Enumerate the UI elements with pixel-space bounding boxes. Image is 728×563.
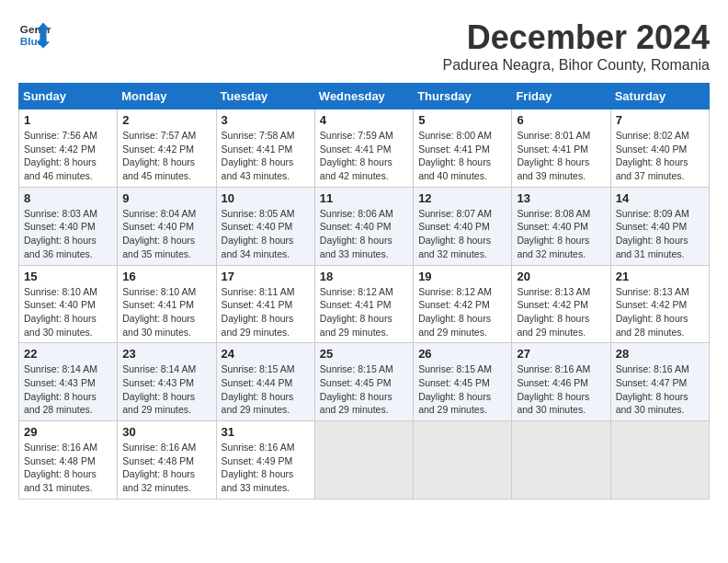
calendar-cell: 22Sunrise: 8:14 AMSunset: 4:43 PMDayligh…	[19, 343, 118, 421]
calendar-table: SundayMondayTuesdayWednesdayThursdayFrid…	[18, 83, 710, 500]
calendar-header-tuesday: Tuesday	[216, 84, 314, 109]
day-info: Sunrise: 8:16 AMSunset: 4:48 PMDaylight:…	[122, 441, 210, 495]
day-number: 29	[24, 425, 112, 439]
calendar-header-sunday: Sunday	[19, 84, 118, 109]
day-info: Sunrise: 7:57 AMSunset: 4:42 PMDaylight:…	[122, 129, 210, 183]
calendar-cell: 16Sunrise: 8:10 AMSunset: 4:41 PMDayligh…	[118, 265, 216, 343]
day-number: 13	[517, 191, 605, 205]
day-info: Sunrise: 8:16 AMSunset: 4:47 PMDaylight:…	[616, 362, 704, 417]
calendar-header-wednesday: Wednesday	[314, 84, 413, 109]
day-info: Sunrise: 8:07 AMSunset: 4:40 PMDaylight:…	[418, 207, 506, 261]
calendar-body: 1Sunrise: 7:56 AMSunset: 4:42 PMDaylight…	[19, 109, 710, 500]
day-info: Sunrise: 8:14 AMSunset: 4:43 PMDaylight:…	[24, 362, 112, 417]
calendar-cell: 3Sunrise: 7:58 AMSunset: 4:41 PMDaylight…	[216, 109, 314, 188]
calendar-cell: 2Sunrise: 7:57 AMSunset: 4:42 PMDaylight…	[118, 109, 216, 188]
day-info: Sunrise: 8:01 AMSunset: 4:41 PMDaylight:…	[517, 129, 605, 183]
day-number: 7	[616, 113, 704, 127]
day-number: 21	[616, 270, 704, 283]
day-info: Sunrise: 8:14 AMSunset: 4:43 PMDaylight:…	[122, 362, 210, 417]
logo: General Blue	[18, 18, 51, 52]
calendar-header-thursday: Thursday	[414, 84, 512, 109]
calendar-cell: 11Sunrise: 8:06 AMSunset: 4:40 PMDayligh…	[314, 187, 413, 265]
calendar-cell: 31Sunrise: 8:16 AMSunset: 4:49 PMDayligh…	[216, 421, 314, 500]
calendar-header-friday: Friday	[512, 84, 610, 109]
calendar-cell: 29Sunrise: 8:16 AMSunset: 4:48 PMDayligh…	[19, 421, 118, 500]
day-info: Sunrise: 8:15 AMSunset: 4:45 PMDaylight:…	[320, 362, 408, 417]
day-info: Sunrise: 8:16 AMSunset: 4:46 PMDaylight:…	[517, 362, 605, 417]
calendar-cell: 6Sunrise: 8:01 AMSunset: 4:41 PMDaylight…	[512, 109, 610, 188]
day-number: 26	[418, 347, 506, 361]
calendar-week-2: 15Sunrise: 8:10 AMSunset: 4:40 PMDayligh…	[19, 265, 710, 343]
day-number: 6	[517, 113, 605, 127]
calendar-cell	[314, 421, 413, 500]
page-subtitle: Padurea Neagra, Bihor County, Romania	[442, 57, 710, 74]
day-number: 24	[222, 347, 310, 361]
day-info: Sunrise: 8:12 AMSunset: 4:42 PMDaylight:…	[418, 285, 506, 339]
day-number: 15	[24, 270, 112, 283]
calendar-cell: 30Sunrise: 8:16 AMSunset: 4:48 PMDayligh…	[118, 421, 216, 500]
day-number: 16	[122, 270, 210, 283]
calendar-header-monday: Monday	[118, 84, 216, 109]
logo-icon: General Blue	[18, 18, 51, 52]
calendar-cell: 14Sunrise: 8:09 AMSunset: 4:40 PMDayligh…	[610, 187, 709, 265]
calendar-cell: 26Sunrise: 8:15 AMSunset: 4:45 PMDayligh…	[414, 343, 512, 421]
calendar-week-1: 8Sunrise: 8:03 AMSunset: 4:40 PMDaylight…	[19, 187, 710, 265]
calendar-header-saturday: Saturday	[610, 84, 709, 109]
calendar-cell: 1Sunrise: 7:56 AMSunset: 4:42 PMDaylight…	[19, 109, 118, 188]
calendar-cell: 28Sunrise: 8:16 AMSunset: 4:47 PMDayligh…	[610, 343, 709, 421]
day-number: 3	[222, 113, 310, 127]
calendar-cell: 15Sunrise: 8:10 AMSunset: 4:40 PMDayligh…	[19, 265, 118, 343]
day-info: Sunrise: 8:02 AMSunset: 4:40 PMDaylight:…	[616, 129, 704, 183]
calendar-cell: 7Sunrise: 8:02 AMSunset: 4:40 PMDaylight…	[610, 109, 709, 188]
day-number: 11	[320, 191, 408, 205]
day-number: 1	[24, 113, 112, 127]
calendar-cell: 9Sunrise: 8:04 AMSunset: 4:40 PMDaylight…	[118, 187, 216, 265]
day-info: Sunrise: 8:06 AMSunset: 4:40 PMDaylight:…	[320, 207, 408, 261]
day-info: Sunrise: 8:09 AMSunset: 4:40 PMDaylight:…	[616, 207, 704, 261]
day-number: 10	[222, 191, 310, 205]
calendar-cell	[610, 421, 709, 500]
page-header: General Blue December 2024 Padurea Neagr…	[18, 18, 710, 74]
calendar-cell	[414, 421, 512, 500]
day-number: 22	[24, 347, 112, 361]
calendar-cell: 4Sunrise: 7:59 AMSunset: 4:41 PMDaylight…	[314, 109, 413, 188]
day-number: 14	[616, 191, 704, 205]
calendar-cell: 19Sunrise: 8:12 AMSunset: 4:42 PMDayligh…	[414, 265, 512, 343]
calendar-cell: 17Sunrise: 8:11 AMSunset: 4:41 PMDayligh…	[216, 265, 314, 343]
day-info: Sunrise: 8:11 AMSunset: 4:41 PMDaylight:…	[222, 285, 310, 339]
calendar-cell: 24Sunrise: 8:15 AMSunset: 4:44 PMDayligh…	[216, 343, 314, 421]
calendar-cell: 21Sunrise: 8:13 AMSunset: 4:42 PMDayligh…	[610, 265, 709, 343]
calendar-cell: 13Sunrise: 8:08 AMSunset: 4:40 PMDayligh…	[512, 187, 610, 265]
calendar-week-4: 29Sunrise: 8:16 AMSunset: 4:48 PMDayligh…	[19, 421, 710, 500]
day-number: 30	[122, 425, 210, 439]
calendar-cell: 10Sunrise: 8:05 AMSunset: 4:40 PMDayligh…	[216, 187, 314, 265]
day-info: Sunrise: 7:58 AMSunset: 4:41 PMDaylight:…	[222, 129, 310, 183]
day-info: Sunrise: 8:10 AMSunset: 4:40 PMDaylight:…	[24, 285, 112, 339]
calendar-cell: 12Sunrise: 8:07 AMSunset: 4:40 PMDayligh…	[414, 187, 512, 265]
day-info: Sunrise: 8:05 AMSunset: 4:40 PMDaylight:…	[222, 207, 310, 261]
day-number: 25	[320, 347, 408, 361]
calendar-cell: 8Sunrise: 8:03 AMSunset: 4:40 PMDaylight…	[19, 187, 118, 265]
calendar-week-3: 22Sunrise: 8:14 AMSunset: 4:43 PMDayligh…	[19, 343, 710, 421]
calendar-cell	[512, 421, 610, 500]
day-number: 4	[320, 113, 408, 127]
calendar-cell: 5Sunrise: 8:00 AMSunset: 4:41 PMDaylight…	[414, 109, 512, 188]
day-info: Sunrise: 7:56 AMSunset: 4:42 PMDaylight:…	[24, 129, 112, 183]
day-info: Sunrise: 8:10 AMSunset: 4:41 PMDaylight:…	[122, 285, 210, 339]
day-info: Sunrise: 8:00 AMSunset: 4:41 PMDaylight:…	[418, 129, 506, 183]
day-number: 2	[122, 113, 210, 127]
calendar-cell: 25Sunrise: 8:15 AMSunset: 4:45 PMDayligh…	[314, 343, 413, 421]
day-info: Sunrise: 8:08 AMSunset: 4:40 PMDaylight:…	[517, 207, 605, 261]
day-number: 17	[222, 270, 310, 283]
title-block: December 2024 Padurea Neagra, Bihor Coun…	[442, 18, 710, 74]
calendar-cell: 20Sunrise: 8:13 AMSunset: 4:42 PMDayligh…	[512, 265, 610, 343]
day-info: Sunrise: 8:16 AMSunset: 4:49 PMDaylight:…	[222, 441, 310, 495]
day-info: Sunrise: 8:13 AMSunset: 4:42 PMDaylight:…	[517, 285, 605, 339]
calendar-week-0: 1Sunrise: 7:56 AMSunset: 4:42 PMDaylight…	[19, 109, 710, 188]
day-info: Sunrise: 8:13 AMSunset: 4:42 PMDaylight:…	[616, 285, 704, 339]
day-number: 31	[222, 425, 310, 439]
day-info: Sunrise: 8:15 AMSunset: 4:44 PMDaylight:…	[222, 362, 310, 417]
day-info: Sunrise: 8:16 AMSunset: 4:48 PMDaylight:…	[24, 441, 112, 495]
day-number: 12	[418, 191, 506, 205]
calendar-header-row: SundayMondayTuesdayWednesdayThursdayFrid…	[19, 84, 710, 109]
